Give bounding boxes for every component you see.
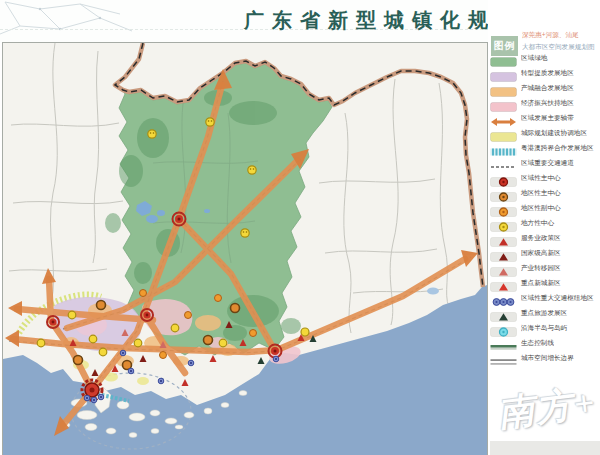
- legend-item: 重点新城新区: [490, 275, 600, 290]
- map-svg: [3, 43, 487, 455]
- page-title: 广东省新型城镇化规划: [244, 7, 524, 34]
- legend-item: 地区性主中心: [490, 185, 600, 200]
- legend-item-label: 经济振兴扶持地区: [521, 98, 574, 107]
- legend-swatch-circle: [490, 173, 518, 183]
- legend-item-label: 粤港澳跨界合作发展地区: [521, 143, 594, 152]
- legend-swatch-hatch: [490, 143, 518, 153]
- legend-list: 区域绿地转型提质发展地区产城融合发展地区经济振兴扶持地区区域发展主要轴带城际规划…: [490, 50, 600, 365]
- legend-item: 经济振兴扶持地区: [490, 95, 600, 110]
- legend-swatch-arrow: [490, 113, 518, 123]
- legend-item-label: 产城融合发展地区: [521, 83, 574, 92]
- legend-swatch-triangle: [490, 278, 518, 288]
- legend-swatch-triangle: [490, 263, 518, 273]
- legend-item-label: 区域发展主要轴带: [521, 113, 574, 122]
- legend-item-label: 服务业政策区: [521, 233, 561, 242]
- legend-item-label: 城市空间增长边界: [521, 353, 574, 362]
- legend-item: 区域绿地: [490, 50, 600, 65]
- legend-item-label: 地区性副中心: [521, 203, 561, 212]
- legend-swatch-rect: [490, 83, 518, 93]
- legend-item-label: 地方性中心: [521, 218, 554, 227]
- legend-swatch-circle: [490, 218, 518, 228]
- legend-item-label: 国家级高新区: [521, 248, 561, 257]
- legend-item: 城际规划建设协调地区: [490, 125, 600, 140]
- legend-item: 区域性重大交通枢纽地区: [490, 290, 600, 305]
- watermark-nanfangplus: 南方+: [495, 378, 599, 439]
- legend-item: 沿海半岛与岛屿: [490, 320, 600, 335]
- legend-item-label: 区域重要交通通道: [521, 158, 574, 167]
- legend-item: 城市空间增长边界: [490, 350, 600, 365]
- legend-item-label: 区域性重大交通枢纽地区: [521, 293, 594, 302]
- legend-item: 生态控制线: [490, 335, 600, 350]
- legend-item-label: 沿海半岛与岛屿: [521, 323, 567, 332]
- legend-item: 区域重要交通通道: [490, 155, 600, 170]
- legend-item: 地方性中心: [490, 215, 600, 230]
- legend-item: 粤港澳跨界合作发展地区: [490, 140, 600, 155]
- legend-item-label: 重点旅游发展区: [521, 308, 567, 317]
- legend-swatch-rect: [490, 68, 518, 78]
- legend-item-label: 产业转移园区: [521, 263, 561, 272]
- legend-swatch-circle: [490, 323, 518, 333]
- legend-subtitle-line1: 深莞惠+河源、汕尾: [522, 32, 579, 39]
- legend-swatch-circle: [490, 188, 518, 198]
- decorative-mesh-left: [0, 0, 140, 43]
- legend-item-label: 区域绿地: [521, 53, 547, 62]
- legend-item: 地区性副中心: [490, 200, 600, 215]
- legend-swatch-triangle: [490, 308, 518, 318]
- legend-item-label: 重点新城新区: [521, 278, 561, 287]
- legend-item-label: 区域性主中心: [521, 173, 561, 182]
- legend-item: 重点旅游发展区: [490, 305, 600, 320]
- legend-swatch-rect: [490, 128, 518, 138]
- legend-item: 区域性主中心: [490, 170, 600, 185]
- legend-item: 产城融合发展地区: [490, 80, 600, 95]
- legend-item: 产业转移园区: [490, 260, 600, 275]
- legend-item-label: 生态控制线: [521, 338, 554, 347]
- legend-item: 服务业政策区: [490, 230, 600, 245]
- legend-item: 国家级高新区: [490, 245, 600, 260]
- legend-swatch-circle: [490, 203, 518, 213]
- legend-swatch-line: [490, 338, 518, 348]
- legend-item: 区域发展主要轴带: [490, 110, 600, 125]
- panel-footer-strip: [490, 441, 600, 455]
- legend-swatch-triangle: [490, 233, 518, 243]
- legend-item-label: 地区性主中心: [521, 188, 561, 197]
- legend-panel: 图例 深莞惠+河源、汕尾 大都市区空间发展规划图 区域绿地转型提质发展地区产城融…: [488, 0, 600, 455]
- legend-swatch-dash: [490, 158, 518, 168]
- legend-swatch-dblline: [490, 353, 518, 363]
- legend-item: 转型提质发展地区: [490, 65, 600, 80]
- legend-swatch-rect: [490, 98, 518, 108]
- legend-item-label: 转型提质发展地区: [521, 68, 574, 77]
- legend-item-label: 城际规划建设协调地区: [521, 128, 587, 137]
- legend-swatch-rect: [490, 53, 518, 63]
- legend-swatch-triangle: [490, 248, 518, 258]
- legend-swatch-circles3: [490, 293, 518, 303]
- page: 广东省新型城镇化规划 03: [0, 0, 600, 455]
